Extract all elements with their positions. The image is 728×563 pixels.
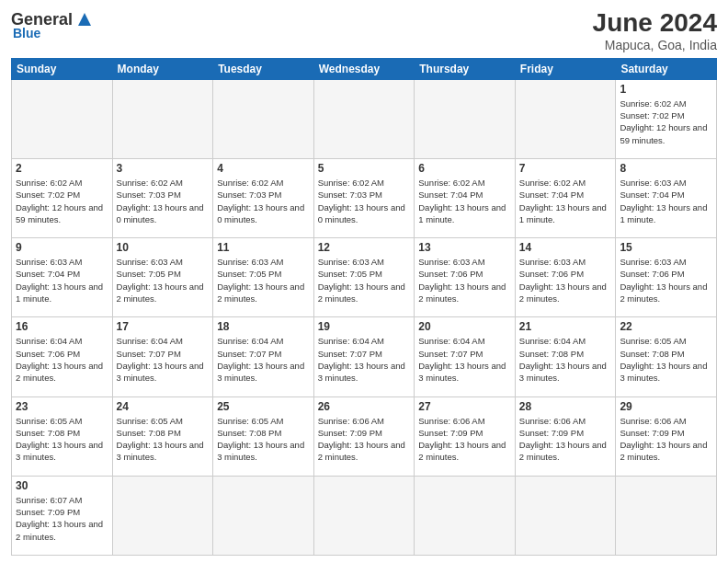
calendar-cell: 13Sunrise: 6:03 AM Sunset: 7:06 PM Dayli… [415, 238, 516, 317]
day-number: 23 [16, 400, 108, 413]
day-info: Sunrise: 6:04 AM Sunset: 7:07 PM Dayligh… [217, 335, 310, 384]
week-row-3: 9Sunrise: 6:03 AM Sunset: 7:04 PM Daylig… [12, 238, 717, 317]
calendar-cell: 3Sunrise: 6:02 AM Sunset: 7:03 PM Daylig… [112, 158, 213, 237]
day-number: 24 [117, 400, 210, 413]
day-number: 26 [318, 400, 411, 413]
calendar-cell: 22Sunrise: 6:05 AM Sunset: 7:08 PM Dayli… [616, 317, 717, 396]
day-info: Sunrise: 6:04 AM Sunset: 7:07 PM Dayligh… [318, 335, 411, 384]
day-number: 22 [620, 320, 712, 333]
calendar-page: General Blue June 2024 Mapuca, Goa, Indi… [0, 0, 728, 563]
week-row-4: 16Sunrise: 6:04 AM Sunset: 7:06 PM Dayli… [12, 317, 717, 396]
calendar-cell: 25Sunrise: 6:05 AM Sunset: 7:08 PM Dayli… [213, 396, 314, 476]
day-number: 20 [418, 320, 511, 333]
day-info: Sunrise: 6:06 AM Sunset: 7:09 PM Dayligh… [519, 415, 612, 464]
day-info: Sunrise: 6:02 AM Sunset: 7:04 PM Dayligh… [418, 177, 511, 225]
calendar-cell: 11Sunrise: 6:03 AM Sunset: 7:05 PM Dayli… [213, 238, 314, 317]
day-info: Sunrise: 6:04 AM Sunset: 7:07 PM Dayligh… [418, 335, 511, 384]
calendar-cell [12, 79, 113, 158]
calendar-cell [616, 476, 717, 555]
calendar-cell: 27Sunrise: 6:06 AM Sunset: 7:09 PM Dayli… [415, 396, 516, 476]
calendar-cell: 20Sunrise: 6:04 AM Sunset: 7:07 PM Dayli… [415, 317, 516, 396]
day-info: Sunrise: 6:03 AM Sunset: 7:06 PM Dayligh… [620, 256, 712, 304]
day-number: 21 [519, 320, 612, 333]
calendar-cell: 8Sunrise: 6:03 AM Sunset: 7:04 PM Daylig… [616, 158, 717, 237]
calendar-cell [112, 79, 213, 158]
calendar-cell: 21Sunrise: 6:04 AM Sunset: 7:08 PM Dayli… [515, 317, 616, 396]
calendar-cell: 5Sunrise: 6:02 AM Sunset: 7:03 PM Daylig… [313, 158, 415, 237]
week-row-2: 2Sunrise: 6:02 AM Sunset: 7:02 PM Daylig… [12, 158, 717, 237]
day-info: Sunrise: 6:02 AM Sunset: 7:03 PM Dayligh… [318, 177, 411, 225]
calendar-cell: 19Sunrise: 6:04 AM Sunset: 7:07 PM Dayli… [313, 317, 415, 396]
title-area: June 2024 Mapuca, Goa, India [593, 9, 717, 52]
col-monday: Monday [112, 58, 213, 79]
day-info: Sunrise: 6:03 AM Sunset: 7:05 PM Dayligh… [117, 256, 210, 304]
day-info: Sunrise: 6:03 AM Sunset: 7:06 PM Dayligh… [418, 256, 511, 304]
day-number: 7 [519, 162, 612, 175]
day-number: 18 [217, 320, 310, 333]
day-number: 15 [620, 241, 712, 254]
calendar-cell [313, 476, 415, 555]
day-number: 9 [16, 241, 108, 254]
calendar-cell [313, 79, 415, 158]
calendar-cell: 26Sunrise: 6:06 AM Sunset: 7:09 PM Dayli… [313, 396, 415, 476]
day-number: 28 [519, 400, 612, 413]
calendar-cell: 14Sunrise: 6:03 AM Sunset: 7:06 PM Dayli… [515, 238, 616, 317]
day-info: Sunrise: 6:04 AM Sunset: 7:06 PM Dayligh… [16, 335, 108, 384]
day-number: 29 [620, 400, 712, 413]
calendar-cell: 24Sunrise: 6:05 AM Sunset: 7:08 PM Dayli… [112, 396, 213, 476]
day-info: Sunrise: 6:04 AM Sunset: 7:08 PM Dayligh… [519, 335, 612, 384]
day-info: Sunrise: 6:03 AM Sunset: 7:04 PM Dayligh… [16, 256, 108, 304]
location: Mapuca, Goa, India [593, 38, 717, 52]
day-number: 19 [318, 320, 411, 333]
calendar-cell: 15Sunrise: 6:03 AM Sunset: 7:06 PM Dayli… [616, 238, 717, 317]
calendar-cell: 23Sunrise: 6:05 AM Sunset: 7:08 PM Dayli… [12, 396, 113, 476]
day-info: Sunrise: 6:06 AM Sunset: 7:09 PM Dayligh… [620, 415, 712, 464]
header-row: Sunday Monday Tuesday Wednesday Thursday… [12, 58, 717, 79]
calendar-cell [112, 476, 213, 555]
col-friday: Friday [515, 58, 616, 79]
calendar-cell: 28Sunrise: 6:06 AM Sunset: 7:09 PM Dayli… [515, 396, 616, 476]
day-number: 4 [217, 162, 310, 175]
day-number: 6 [418, 162, 511, 175]
day-info: Sunrise: 6:03 AM Sunset: 7:04 PM Dayligh… [620, 177, 712, 225]
day-info: Sunrise: 6:04 AM Sunset: 7:07 PM Dayligh… [117, 335, 210, 384]
day-info: Sunrise: 6:05 AM Sunset: 7:08 PM Dayligh… [620, 335, 712, 384]
calendar-cell [213, 79, 314, 158]
day-info: Sunrise: 6:03 AM Sunset: 7:05 PM Dayligh… [217, 256, 310, 304]
calendar-cell: 18Sunrise: 6:04 AM Sunset: 7:07 PM Dayli… [213, 317, 314, 396]
calendar-cell: 9Sunrise: 6:03 AM Sunset: 7:04 PM Daylig… [12, 238, 113, 317]
calendar-cell [415, 476, 516, 555]
col-tuesday: Tuesday [213, 58, 314, 79]
day-info: Sunrise: 6:02 AM Sunset: 7:03 PM Dayligh… [117, 177, 210, 225]
logo-triangle-icon [74, 9, 95, 29]
calendar-cell: 29Sunrise: 6:06 AM Sunset: 7:09 PM Dayli… [616, 396, 717, 476]
calendar-cell: 7Sunrise: 6:02 AM Sunset: 7:04 PM Daylig… [515, 158, 616, 237]
day-number: 17 [117, 320, 210, 333]
week-row-6: 30Sunrise: 6:07 AM Sunset: 7:09 PM Dayli… [12, 476, 717, 555]
col-thursday: Thursday [415, 58, 516, 79]
day-info: Sunrise: 6:03 AM Sunset: 7:06 PM Dayligh… [519, 256, 612, 304]
day-info: Sunrise: 6:05 AM Sunset: 7:08 PM Dayligh… [217, 415, 310, 464]
calendar-cell: 12Sunrise: 6:03 AM Sunset: 7:05 PM Dayli… [313, 238, 415, 317]
week-row-1: 1Sunrise: 6:02 AM Sunset: 7:02 PM Daylig… [12, 79, 717, 158]
day-info: Sunrise: 6:06 AM Sunset: 7:09 PM Dayligh… [418, 415, 511, 464]
calendar-cell: 4Sunrise: 6:02 AM Sunset: 7:03 PM Daylig… [213, 158, 314, 237]
week-row-5: 23Sunrise: 6:05 AM Sunset: 7:08 PM Dayli… [12, 396, 717, 476]
day-info: Sunrise: 6:07 AM Sunset: 7:09 PM Dayligh… [16, 494, 108, 543]
day-number: 27 [418, 400, 511, 413]
calendar-cell: 1Sunrise: 6:02 AM Sunset: 7:02 PM Daylig… [616, 79, 717, 158]
calendar-cell [515, 476, 616, 555]
day-info: Sunrise: 6:03 AM Sunset: 7:05 PM Dayligh… [318, 256, 411, 304]
day-number: 12 [318, 241, 411, 254]
header: General Blue June 2024 Mapuca, Goa, Indi… [11, 9, 717, 52]
calendar-cell [515, 79, 616, 158]
day-number: 30 [16, 479, 108, 492]
calendar-cell: 2Sunrise: 6:02 AM Sunset: 7:02 PM Daylig… [12, 158, 113, 237]
col-wednesday: Wednesday [313, 58, 415, 79]
calendar-cell: 30Sunrise: 6:07 AM Sunset: 7:09 PM Dayli… [12, 476, 113, 555]
day-info: Sunrise: 6:02 AM Sunset: 7:03 PM Dayligh… [217, 177, 310, 225]
day-number: 13 [418, 241, 511, 254]
calendar-table: Sunday Monday Tuesday Wednesday Thursday… [11, 58, 717, 556]
day-info: Sunrise: 6:02 AM Sunset: 7:02 PM Dayligh… [620, 98, 712, 146]
day-number: 8 [620, 162, 712, 175]
